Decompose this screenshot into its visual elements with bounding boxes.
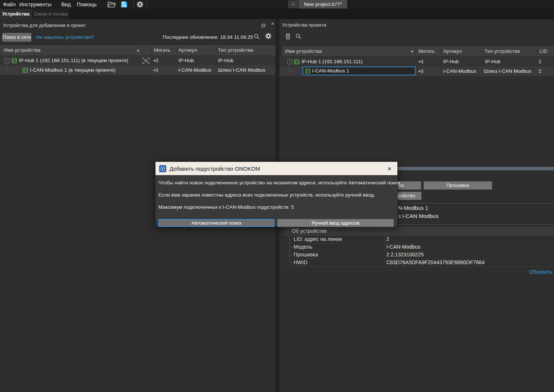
menu-help[interactable]: Помощь: [77, 0, 97, 9]
scan-locate-icon[interactable]: [143, 58, 150, 65]
property-category-label: Об устройстве: [292, 227, 327, 235]
col-blink[interactable]: Мигать: [154, 45, 170, 55]
search-icon[interactable]: [254, 34, 260, 41]
table-row[interactable]: IP-Hub 1 (192.168.151.111) (в текущем пр…: [0, 56, 276, 65]
blink-icon[interactable]: [418, 69, 424, 75]
menubar-separator: [133, 1, 134, 8]
property-value: 2: [386, 235, 389, 243]
device-name: I-CAN-Modbus 1 (в текущем проекте): [30, 65, 115, 75]
col-article[interactable]: Артикул: [178, 45, 197, 55]
col-lid[interactable]: LID: [540, 46, 547, 57]
device-summary-type: з I-CAN Modbus: [398, 213, 438, 219]
device-not-found-link[interactable]: Не нашлось устройство?: [36, 34, 94, 40]
right-table-header: Имя устройства Мигать Артикул Тип устрой…: [282, 46, 554, 56]
dialog-text-line: Чтобы найти новое подключенное устройств…: [158, 180, 402, 185]
col-type[interactable]: Тип устройства: [485, 46, 520, 57]
close-icon[interactable]: ×: [387, 165, 394, 172]
firmware-button[interactable]: Прошивка: [424, 181, 492, 190]
blink-icon[interactable]: [153, 68, 159, 74]
left-panel-title: Устройства для добавления в проект: [3, 23, 86, 28]
menu-bar: Файл Инструменты Вид Помощь: [0, 0, 554, 9]
col-type[interactable]: Тип устройства: [218, 45, 253, 55]
device-type: Шлюз I-CAN Modbus: [484, 67, 531, 76]
refresh-link[interactable]: Обновить: [529, 269, 553, 275]
property-row[interactable]: Прошивка 2.2.1323100225: [284, 251, 554, 259]
property-label: Прошивка: [294, 251, 318, 259]
device-name: IP-Hub 1 (192.168.151.111) (в текущем пр…: [19, 56, 128, 65]
blink-icon[interactable]: [418, 59, 424, 66]
table-row[interactable]: I-CAN-Modbus 1 I-CAN-Modbus Шлюз I-CAN M…: [279, 67, 554, 76]
float-panel-icon[interactable]: [261, 23, 266, 29]
property-value: I-CAN-Modbus: [386, 243, 421, 251]
menubar-separator: [147, 1, 147, 8]
tree-line: [289, 64, 294, 72]
property-label: LID: адрес на линии: [294, 235, 342, 243]
device-article: IP-Hub: [178, 56, 194, 65]
gear-icon[interactable]: [265, 33, 272, 41]
search-network-button[interactable]: Поиск в сети: [2, 33, 31, 42]
auto-search-button[interactable]: Автоматический поиск: [158, 219, 274, 227]
device-icon: [11, 58, 17, 65]
grid-divider: [384, 227, 384, 235]
table-row[interactable]: IP-Hub 1 (192.168.151.111) IP-Hub IP-Hub…: [279, 57, 554, 67]
project-tab[interactable]: New project.b77*: [299, 0, 347, 8]
device-summary-box: N-Modbus 1 з I-CAN Modbus: [396, 203, 554, 225]
add-subdevice-dialog: Добавить подустройство ONOKOM × Чтобы на…: [155, 161, 398, 227]
col-blink[interactable]: Мигать: [418, 46, 435, 57]
dialog-text-line: Если вам заранее известны адреса всех по…: [158, 192, 375, 198]
device-name: I-CAN-Modbus 1: [312, 66, 349, 76]
save-icon[interactable]: [120, 1, 128, 10]
sort-asc-icon: [137, 50, 140, 51]
tab-links-logic[interactable]: Связи и логика: [32, 9, 69, 19]
device-type: Шлюз I-CAN Modbus: [218, 65, 266, 75]
menu-view[interactable]: Вид: [61, 0, 71, 9]
col-name[interactable]: Имя устройства: [285, 46, 322, 57]
device-article: IP-Hub: [443, 57, 459, 67]
dialog-titlebar[interactable]: Добавить подустройство ONOKOM ×: [155, 162, 397, 175]
property-value: C83D76A5DFA9F20443793E6B80DF7664: [386, 259, 485, 266]
col-article[interactable]: Артикул: [443, 46, 462, 57]
new-project-tab-button[interactable]: +: [288, 0, 298, 8]
property-row[interactable]: HWID C83D76A5DFA9F20443793E6B80DF7664: [284, 259, 554, 267]
blink-icon[interactable]: [153, 58, 159, 65]
open-folder-icon[interactable]: [107, 1, 116, 9]
device-lid: 2: [538, 57, 541, 67]
menu-file[interactable]: Файл: [3, 0, 16, 9]
device-article: I-CAN-Modbus: [178, 65, 211, 75]
device-icon: [23, 68, 28, 75]
device-type: IP-Hub: [485, 57, 500, 67]
device-icon: [305, 68, 311, 75]
tab-devices[interactable]: Устройства: [0, 9, 32, 19]
left-table-header: Имя устройства Мигать Артикул Тип устрой…: [0, 45, 276, 55]
property-category-row[interactable]: Об устройстве: [284, 227, 554, 236]
device-icon: [294, 59, 300, 66]
dialog-title: Добавить подустройство ONOKOM: [170, 166, 260, 172]
device-article: I-CAN-Modbus: [443, 67, 476, 76]
manual-input-button[interactable]: Ручной ввод адресов: [277, 219, 394, 227]
property-value: 2.2.1323100225: [386, 251, 424, 259]
table-row[interactable]: I-CAN-Modbus 1 (в текущем проекте) I-CAN…: [0, 65, 276, 75]
property-row[interactable]: LID: адрес на линии 2: [284, 235, 554, 243]
main-tab-bar: Устройства Связи и логика: [0, 9, 554, 19]
device-name: IP-Hub 1 (192.168.151.111): [301, 57, 362, 67]
col-name[interactable]: Имя устройства: [4, 45, 41, 55]
dialog-text-line: Максимум подключенных к I-CAN-Modbus под…: [158, 204, 294, 210]
collapse-icon[interactable]: [4, 58, 9, 63]
property-row[interactable]: Модель I-CAN-Modbus: [284, 243, 554, 251]
onokom-logo-icon: [159, 165, 166, 172]
search-icon[interactable]: [295, 33, 301, 41]
device-summary-name: N-Modbus 1: [398, 205, 428, 211]
sort-asc-icon: [411, 50, 414, 52]
trash-icon[interactable]: [285, 33, 291, 41]
app-window: Файл Инструменты Вид Помощь: [0, 0, 554, 392]
property-label: HWID: [294, 259, 307, 266]
device-lid: 2: [538, 67, 541, 76]
settings-gear-icon[interactable]: [136, 1, 144, 10]
property-label: Модель: [294, 243, 312, 251]
collapse-icon[interactable]: [287, 59, 292, 64]
selected-device-cell[interactable]: I-CAN-Modbus 1: [302, 67, 416, 75]
device-type: IP-Hub: [218, 56, 233, 65]
menu-tools[interactable]: Инструменты: [19, 0, 51, 9]
close-panel-icon[interactable]: ×: [271, 20, 274, 27]
tree-line: [6, 63, 11, 71]
